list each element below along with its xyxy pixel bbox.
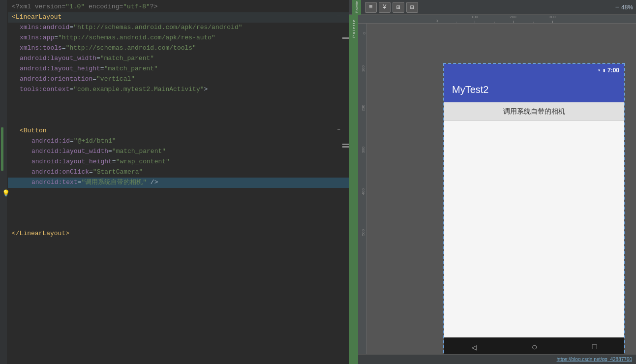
code-line-11 bbox=[8, 105, 349, 116]
code-line-17: android:onClick="StartCamera" bbox=[8, 167, 349, 178]
code-line-2: <LinearLayout − bbox=[8, 12, 349, 23]
ruler-minor-50 bbox=[456, 22, 456, 23]
design-canvas-container: Palette 0 100 200 300 0 100 200 300 400 bbox=[349, 15, 636, 364]
orientation-val: "vertical" bbox=[96, 74, 135, 85]
status-bar: https://blog.csdn.net/qq_42887760 bbox=[358, 354, 636, 364]
btn-attr-text: android:text bbox=[31, 178, 78, 188]
ruler-minor-150 bbox=[494, 22, 495, 23]
btn-layout-height-val: "wrap_content" bbox=[116, 157, 170, 167]
xml-decl-enc: encoding= bbox=[85, 2, 123, 12]
attr-xmlns-android: xmlns:android bbox=[20, 23, 69, 33]
scroll-hint-3 bbox=[342, 146, 349, 148]
status-time: 7:00 bbox=[607, 67, 619, 74]
attr-orientation: android:orientation bbox=[20, 74, 92, 85]
code-line-3: xmlns:android="http://schemas.android.co… bbox=[8, 23, 349, 33]
xmlns-tools-val: "http://schemas.android.com/tools" bbox=[66, 43, 196, 54]
phone-content: 调用系统自带的相机 bbox=[444, 102, 624, 337]
xml-decl-close: ?> bbox=[150, 2, 158, 12]
tools-context-val: "com.example.mytest2.MainActivity" bbox=[73, 85, 204, 95]
layout-height-val: "match_parent" bbox=[104, 64, 158, 74]
scroll-hint-2 bbox=[342, 144, 349, 145]
xmlns-app-val: "http://schemas.android.com/apk/res-auto… bbox=[58, 33, 215, 43]
ruler-left-500: 500 bbox=[361, 229, 365, 236]
ruler-left-300: 300 bbox=[361, 147, 365, 153]
equals5: = bbox=[100, 64, 104, 74]
code-line-5: xmlns:tools="http://schemas.android.com/… bbox=[8, 43, 349, 54]
code-line-20: </LinearLayout> bbox=[8, 229, 349, 239]
attr-layout-height: android:layout_height bbox=[20, 64, 100, 74]
code-editor[interactable]: <?xml version="1.0" encoding="utf-8"?> <… bbox=[0, 0, 349, 364]
phone-button: 调用系统自带的相机 bbox=[444, 102, 624, 121]
eq12: = bbox=[78, 178, 82, 188]
home-nav-icon: ○ bbox=[532, 342, 538, 353]
attr-xmlns-tools: xmlns:tools bbox=[20, 43, 62, 54]
eq11: = bbox=[89, 167, 93, 178]
currency-btn[interactable]: ¥ bbox=[379, 2, 391, 13]
self-close: /> bbox=[147, 178, 158, 188]
code-line-4: xmlns:app="http://schemas.android.com/ap… bbox=[8, 33, 349, 43]
xml-decl-utf: "utf-8" bbox=[123, 2, 150, 12]
ruler-tick-200 bbox=[513, 21, 514, 23]
design-toolbar: Palette ≡ ¥ ⊞ ⊟ − 48% bbox=[349, 0, 636, 15]
ruler-mark-300: 300 bbox=[549, 15, 555, 19]
button-tag: <Button bbox=[20, 126, 47, 136]
scroll-hint-1 bbox=[342, 37, 349, 39]
code-line-7: android:layout_height="match_parent" bbox=[8, 64, 349, 74]
ruler-left-100: 100 bbox=[361, 65, 365, 72]
btn-attr-layout-width: android:layout_width bbox=[31, 147, 108, 157]
design-canvas[interactable]: ▾ ▮ 7:00 MyTest2 调用系统自带的相机 ◁ bbox=[367, 24, 636, 354]
attr-xmlns-app: xmlns:app bbox=[20, 33, 54, 43]
btn-layout-width-val: "match_parent" bbox=[112, 147, 166, 157]
menu-btn[interactable]: ≡ bbox=[365, 2, 377, 13]
wifi-icon: ▾ bbox=[598, 67, 601, 73]
equals2: = bbox=[54, 33, 58, 43]
ruler-minor-250 bbox=[533, 22, 534, 23]
code-line-19: 💡 bbox=[8, 188, 349, 229]
status-url[interactable]: https://blog.csdn.net/qq_42887760 bbox=[557, 357, 632, 362]
ruler-left-400: 400 bbox=[361, 188, 365, 195]
minus-btn[interactable]: ⊟ bbox=[406, 2, 418, 13]
grid-btn[interactable]: ⊞ bbox=[393, 2, 404, 13]
btn-attr-layout-height: android:layout_height bbox=[31, 157, 112, 167]
phone-outline: ▾ ▮ 7:00 MyTest2 调用系统自带的相机 ◁ bbox=[443, 63, 625, 354]
ruler-tick-0 bbox=[437, 21, 437, 23]
zoom-minus-icon[interactable]: − bbox=[615, 3, 619, 11]
back-nav-icon: ◁ bbox=[472, 342, 477, 353]
right-panel: Palette ≡ ¥ ⊞ ⊟ − 48% Palette 0 100 200 … bbox=[349, 0, 636, 364]
id-val: "@+id/btn1" bbox=[74, 136, 116, 147]
equals: = bbox=[69, 23, 73, 33]
palette-sidebar[interactable]: Palette bbox=[349, 15, 358, 364]
palette-strip: Palette bbox=[352, 0, 361, 15]
btn-onclick-val: "StartCamera" bbox=[93, 167, 143, 178]
recent-nav-icon: □ bbox=[592, 343, 597, 352]
phone-title: MyTest2 bbox=[452, 84, 488, 95]
code-line-18: android:text="调用系统自带的相机" /> bbox=[8, 178, 349, 188]
code-line-13: <Button − bbox=[8, 126, 349, 136]
fold-marker-linearlayout[interactable]: − bbox=[337, 12, 340, 21]
ruler-left: 0 100 200 300 400 500 bbox=[358, 24, 367, 354]
xml-decl-ver: "1.0" bbox=[65, 2, 85, 12]
code-lines: <?xml version="1.0" encoding="utf-8"?> <… bbox=[0, 0, 349, 241]
equals4: = bbox=[96, 54, 100, 64]
code-line-1: <?xml version="1.0" encoding="utf-8"?> bbox=[8, 2, 349, 12]
phone-title-bar: MyTest2 bbox=[444, 77, 624, 102]
linear-layout-tag: <LinearLayout bbox=[12, 12, 61, 23]
zoom-level: 48% bbox=[621, 4, 633, 11]
editor-scroll-hints bbox=[342, 37, 349, 148]
ruler-tick-100 bbox=[475, 21, 475, 23]
code-line-12 bbox=[8, 116, 349, 126]
code-line-15: android:layout_width="match_parent" bbox=[8, 147, 349, 157]
battery-icon: ▮ bbox=[603, 67, 606, 73]
ruler-left-0: 0 bbox=[363, 31, 365, 35]
fold-marker-button[interactable]: − bbox=[337, 126, 340, 135]
hint-bulb-icon[interactable]: 💡 bbox=[2, 189, 10, 199]
ruler-left-200: 200 bbox=[361, 105, 365, 111]
eq8: = bbox=[70, 136, 74, 147]
btn-attr-onclick: android:onClick bbox=[31, 167, 89, 178]
eq9: = bbox=[108, 147, 112, 157]
xmlns-android-val: "http://schemas.android.com/apk/res/andr… bbox=[73, 23, 242, 33]
phone-button-text: 调用系统自带的相机 bbox=[503, 107, 565, 116]
code-line-6: android:layout_width="match_parent" bbox=[8, 54, 349, 64]
bracket-marker bbox=[1, 127, 3, 171]
code-line-14: android:id="@+id/btn1" bbox=[8, 136, 349, 147]
